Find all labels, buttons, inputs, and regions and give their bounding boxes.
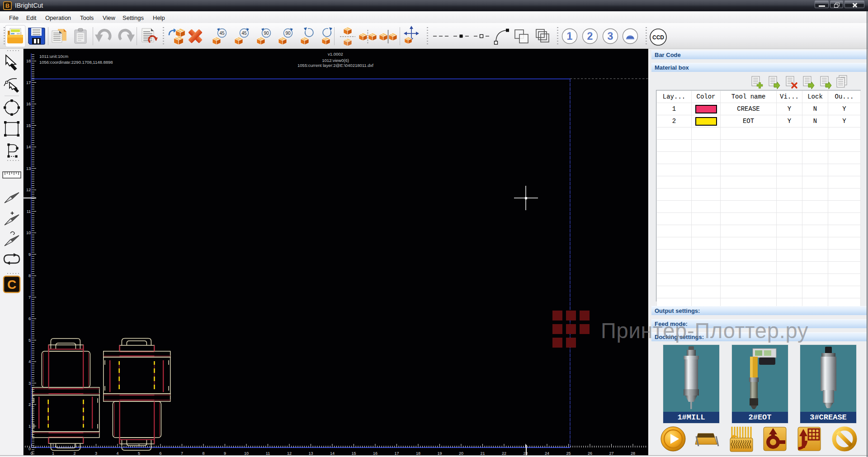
svg-text:3: 3 [608, 30, 613, 42]
svg-text:1: 1 [28, 424, 31, 429]
svg-text:7: 7 [181, 451, 183, 455]
svg-text:6: 6 [159, 451, 161, 455]
svg-text:7: 7 [28, 295, 31, 300]
svg-text:10: 10 [26, 231, 31, 235]
svg-text:9: 9 [224, 451, 226, 455]
svg-text:11: 11 [266, 451, 270, 455]
svg-text:0: 0 [28, 447, 31, 451]
svg-text:23: 23 [523, 451, 528, 455]
svg-text:18: 18 [26, 59, 31, 63]
svg-text:2: 2 [587, 30, 593, 42]
svg-text:17: 17 [394, 451, 399, 455]
svg-text:16: 16 [26, 102, 31, 106]
svg-text:12: 12 [26, 188, 31, 192]
svg-text:90: 90 [285, 31, 291, 36]
svg-text:4: 4 [116, 451, 118, 455]
svg-text:2: 2 [73, 451, 75, 455]
svg-text:5: 5 [28, 338, 31, 343]
svg-text:8: 8 [202, 451, 204, 455]
svg-text:24: 24 [545, 451, 549, 455]
svg-text:25: 25 [566, 451, 571, 455]
svg-text:1: 1 [52, 451, 54, 455]
svg-text:13: 13 [308, 451, 313, 455]
svg-text:15: 15 [26, 123, 31, 128]
svg-text:5: 5 [138, 451, 140, 455]
svg-text:9: 9 [28, 252, 31, 257]
svg-text:15: 15 [351, 451, 356, 455]
svg-text:21: 21 [480, 451, 485, 455]
svg-text:17: 17 [26, 80, 31, 85]
svg-text:1: 1 [567, 30, 573, 42]
svg-text:20: 20 [459, 451, 463, 455]
svg-text:11: 11 [27, 209, 31, 214]
svg-text:27: 27 [609, 451, 613, 455]
svg-text:2: 2 [28, 402, 31, 407]
svg-text:12: 12 [287, 451, 292, 455]
svg-text:18: 18 [416, 451, 420, 455]
svg-text:10: 10 [244, 451, 249, 455]
svg-text:4: 4 [28, 359, 31, 364]
svg-text:13: 13 [26, 166, 31, 171]
svg-text:3: 3 [28, 381, 31, 386]
svg-text:14: 14 [330, 451, 335, 455]
svg-text:16: 16 [373, 451, 377, 455]
svg-text:45: 45 [241, 31, 247, 36]
svg-text:28: 28 [631, 451, 635, 455]
svg-text:3: 3 [95, 451, 97, 455]
svg-text:14: 14 [26, 145, 31, 149]
svg-text:45: 45 [219, 31, 225, 36]
svg-text:6: 6 [28, 316, 31, 321]
svg-text:19: 19 [437, 451, 442, 455]
svg-text:CCD: CCD [652, 34, 664, 41]
svg-text:26: 26 [588, 451, 592, 455]
svg-text:C: C [7, 278, 16, 292]
svg-text:8: 8 [28, 273, 31, 278]
svg-text:22: 22 [502, 451, 506, 455]
svg-text:90: 90 [264, 31, 269, 36]
